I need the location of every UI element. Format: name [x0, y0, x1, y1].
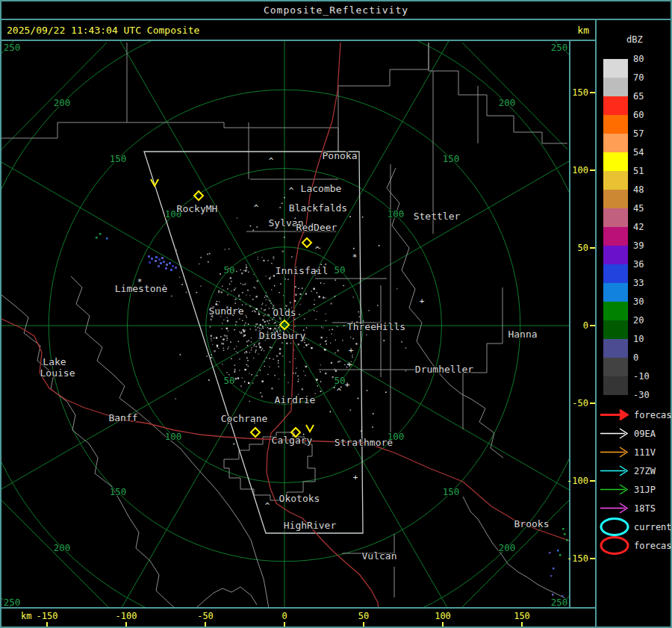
- x-tick-label: 50: [358, 611, 369, 621]
- legend-item: 09EA: [597, 424, 656, 443]
- clutter-dot: [210, 326, 211, 327]
- echo-pixel: [149, 261, 151, 264]
- clutter-dot: [253, 274, 254, 275]
- clutter-dot: [263, 260, 264, 261]
- clutter-dot: [326, 320, 326, 321]
- clutter-dot: [218, 290, 219, 291]
- clutter-dot: [297, 376, 298, 376]
- clutter-dot: [311, 347, 312, 349]
- clutter-dot: [236, 346, 237, 346]
- clutter-dot: [239, 370, 240, 370]
- colorbar-band: [603, 171, 628, 190]
- clutter-dot: [230, 277, 231, 279]
- clutter-dot: [199, 264, 200, 265]
- clutter-dot: [330, 411, 332, 413]
- echo-pixel: [96, 237, 98, 239]
- y-tick-mark: [590, 325, 595, 326]
- clutter-dot: [274, 285, 275, 286]
- clutter-dot: [334, 387, 335, 388]
- clutter-dot: [323, 328, 323, 329]
- clutter-dot: [269, 367, 270, 367]
- colorbar-band: [603, 302, 628, 320]
- clutter-dot: [196, 292, 198, 293]
- echo-pixel: [562, 528, 564, 530]
- colorbar-label: 39: [633, 240, 644, 251]
- echo-pixel: [161, 257, 164, 259]
- clutter-dot: [279, 292, 280, 293]
- clutter-dot: [343, 326, 344, 326]
- clutter-dot: [303, 370, 304, 371]
- y-tick-label: 100: [572, 165, 588, 175]
- clutter-dot: [266, 292, 267, 293]
- clutter-dot: [238, 296, 239, 296]
- clutter-dot: [247, 360, 248, 361]
- echo-pixel: [155, 260, 157, 262]
- clutter-dot: [257, 323, 258, 324]
- clutter-dot: [246, 364, 247, 365]
- echo-pixel: [552, 594, 554, 596]
- arrow-head: [620, 410, 627, 420]
- legend-arrow-icon: [597, 499, 631, 517]
- clutter-dot: [223, 343, 224, 344]
- clutter-dot: [214, 338, 214, 338]
- colorbar-band: [603, 152, 628, 171]
- clutter-dot: [331, 362, 332, 364]
- clutter-dot: [251, 341, 252, 342]
- colorbar-label: -30: [633, 390, 650, 400]
- clutter-dot: [262, 381, 264, 382]
- clutter-dot: [335, 369, 335, 370]
- colorbar-label: 70: [633, 72, 644, 83]
- clutter-dot: [294, 300, 296, 302]
- clutter-dot: [337, 361, 339, 363]
- clutter-dot: [208, 261, 209, 263]
- y-tick-label: -50: [572, 398, 588, 408]
- colorbar-label: 45: [633, 203, 644, 214]
- echo-pixel: [564, 533, 566, 535]
- clutter-dot: [227, 317, 228, 318]
- clutter-dot: [238, 295, 239, 296]
- colorbar-label: 60: [633, 110, 644, 120]
- clutter-dot: [405, 347, 407, 349]
- clutter-dot: [248, 290, 249, 291]
- clutter-dot: [243, 329, 244, 331]
- x-axis-unit-label: km: [21, 611, 31, 621]
- clutter-dot: [298, 288, 299, 289]
- clutter-dot: [200, 285, 202, 287]
- clutter-dot: [315, 319, 316, 320]
- clutter-dot: [223, 338, 224, 340]
- clutter-dot: [252, 382, 253, 383]
- right-panel: dBZ forecast09EA111V27ZW31JP18TScurrentf…: [597, 22, 671, 627]
- clutter-dot: [337, 349, 339, 351]
- clutter-dot: [261, 329, 261, 329]
- clutter-dot: [217, 346, 217, 347]
- legend-item: 18TS: [597, 499, 656, 517]
- clutter-dot: [222, 286, 223, 287]
- clutter-dot: [405, 370, 407, 372]
- clutter-dot: [260, 370, 261, 370]
- colorbar-band: [603, 115, 628, 134]
- clutter-dot: [171, 296, 172, 297]
- clutter-dot: [325, 314, 326, 314]
- x-tick-mark: [521, 622, 523, 627]
- clutter-dot: [264, 350, 264, 351]
- clutter-dot: [284, 197, 285, 199]
- clutter-dot: [259, 345, 260, 346]
- clutter-dot: [291, 256, 292, 257]
- clutter-dot: [279, 348, 281, 349]
- x-tick-mark: [284, 622, 285, 627]
- clutter-dot: [257, 280, 258, 282]
- colorbar-band: [603, 227, 628, 246]
- legend-item-label: 111V: [634, 447, 656, 458]
- y-tick-label: 0: [583, 320, 588, 331]
- legend-item: 31JP: [597, 480, 656, 499]
- clutter-dot: [326, 298, 326, 299]
- clutter-dot: [235, 378, 237, 379]
- clutter-dot: [256, 308, 258, 310]
- clutter-dot: [281, 343, 282, 343]
- clutter-dot: [320, 343, 320, 344]
- clutter-dot: [228, 249, 230, 250]
- clutter-dot: [259, 328, 260, 329]
- colorbar-band: [603, 78, 628, 96]
- city-label: Airdrie: [275, 394, 316, 405]
- clutter-dot: [175, 249, 177, 251]
